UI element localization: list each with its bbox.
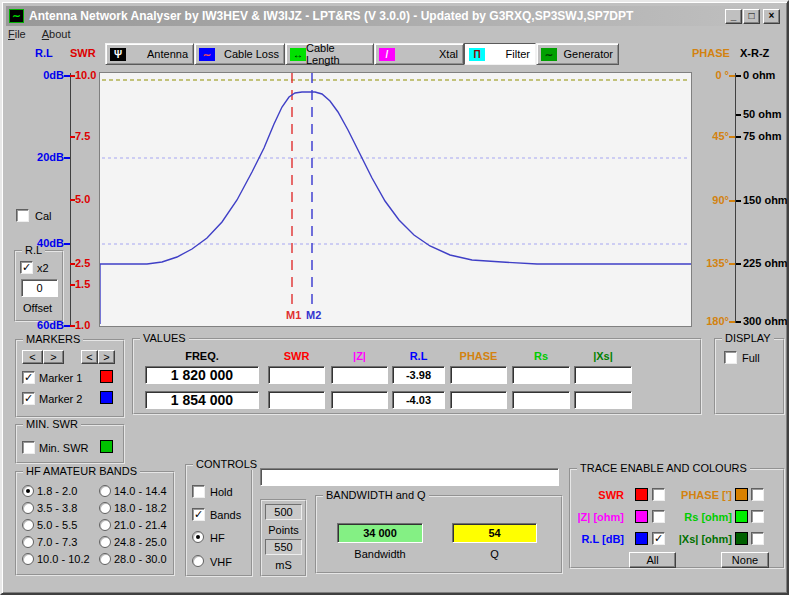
marker1-checkbox[interactable]: ✓	[22, 371, 35, 384]
left-axis-swr-tick	[70, 199, 75, 201]
trace-swatch-rs-ohm[interactable]	[735, 510, 748, 523]
bandwidth-value-box: 34 000	[337, 523, 423, 543]
controls-bands-checkbox[interactable]: ✓	[192, 508, 205, 521]
band-radio-10-0-10-2[interactable]	[22, 553, 34, 565]
trace-swatch-xs-ohm[interactable]	[735, 532, 748, 545]
q-value-box: 54	[452, 523, 537, 543]
band-radio-14-0-14-4[interactable]	[99, 485, 111, 497]
command-input[interactable]	[260, 468, 559, 486]
marker2-prev-button[interactable]: <	[81, 350, 98, 364]
band-radio-1-8-2-0[interactable]	[22, 485, 34, 497]
marker-label-m2: M2	[306, 309, 321, 321]
title-bar[interactable]: ∼ Antenna Network Analyser by IW3HEV & I…	[6, 6, 783, 26]
marker2-next-button[interactable]: >	[98, 350, 115, 364]
left-axis-db-label: 20dB	[18, 151, 64, 163]
value-cell-row1-xs	[574, 366, 632, 384]
menu-about[interactable]: About	[42, 28, 71, 42]
menu-file[interactable]: File	[8, 28, 26, 42]
right-axis-ohm-tick	[736, 321, 741, 323]
display-full-label: Full	[742, 352, 760, 364]
left-axis-db-tick	[64, 157, 70, 159]
values-header-rs: Rs	[512, 350, 570, 362]
rl-x2-checkbox[interactable]: ✓	[20, 261, 33, 274]
toolbar-button-xtal[interactable]: /Xtal	[374, 43, 464, 65]
toolbar-button-filter[interactable]: ΠFilter	[464, 43, 536, 65]
filter-response-curve	[100, 92, 691, 324]
controls-hold-checkbox[interactable]	[192, 485, 205, 498]
right-axis-phase-label: 135°	[685, 257, 729, 269]
band-label-14-0-14-4: 14.0 - 14.4	[114, 485, 167, 497]
markers-group-title: MARKERS	[23, 333, 83, 345]
trace-swatch-phase[interactable]	[735, 488, 748, 501]
band-radio-3-5-3-8[interactable]	[22, 502, 34, 514]
trace-checkbox-xs-ohm[interactable]	[751, 532, 764, 545]
value-cell-row1-freq: 1 820 000	[145, 366, 259, 384]
values-header-r-l: R.L	[392, 350, 445, 362]
value-cell-row2-z	[331, 391, 388, 409]
cal-checkbox[interactable]	[16, 209, 29, 222]
close-button[interactable]: ×	[763, 9, 780, 24]
marker1-color-swatch[interactable]	[100, 370, 113, 383]
values-group-title: VALUES	[140, 332, 189, 344]
trace-swatch-z-ohm[interactable]	[635, 510, 648, 523]
marker-label-m1: M1	[286, 309, 301, 321]
left-axis-title-swr: SWR	[70, 47, 96, 59]
marker2-color-swatch[interactable]	[100, 391, 113, 404]
value-cell-row2-r-l: -4.03	[392, 391, 445, 409]
min-swr-color-swatch[interactable]	[100, 440, 113, 453]
right-axis-line	[735, 73, 736, 323]
trace-checkbox-phase[interactable]	[751, 488, 764, 501]
toolbar-button-generator[interactable]: ∼Generator	[536, 43, 619, 65]
antenna-icon: Ψ	[110, 48, 126, 61]
menu-bar: File About	[8, 28, 71, 42]
trace-toolbar: ΨAntenna∼Cable Loss↔Cable Length/XtalΠFi…	[105, 43, 619, 65]
points-value-box: 500	[265, 504, 302, 520]
right-axis-phase-tick	[729, 75, 735, 77]
rl-offset-input[interactable]: 0	[21, 279, 58, 297]
band-radio-24-8-25-0[interactable]	[99, 536, 111, 548]
hf-bands-group-title: HF AMATEUR BANDS	[23, 465, 140, 477]
trace-label-z-ohm: |Z| [ohm]	[553, 511, 624, 523]
marker1-next-button[interactable]: >	[43, 350, 64, 364]
xtal-icon: /	[379, 48, 395, 61]
trace-swatch-swr[interactable]	[635, 488, 648, 501]
toolbar-button-antenna[interactable]: ΨAntenna	[105, 43, 194, 65]
band-radio-18-0-18-2[interactable]	[99, 502, 111, 514]
band-radio-28-0-30-0[interactable]	[99, 553, 111, 565]
right-axis-ohm-label: 300 ohm	[743, 315, 788, 327]
trace-none-button[interactable]: None	[721, 552, 769, 568]
band-radio-5-0-5-5[interactable]	[22, 519, 34, 531]
cable-length-icon: ↔	[290, 48, 306, 61]
value-cell-row2-rs	[512, 391, 570, 409]
right-axis-title-xrz: X-R-Z	[740, 47, 769, 59]
marker1-prev-button[interactable]: <	[22, 350, 43, 364]
trace-all-button[interactable]: All	[629, 552, 676, 568]
band-label-18-0-18-2: 18.0 - 18.2	[114, 502, 167, 514]
left-axis-swr-label: 2.5	[75, 257, 90, 269]
controls-hf-radio[interactable]	[192, 531, 204, 543]
rl-offset-label: Offset	[23, 302, 52, 314]
display-full-checkbox[interactable]	[724, 351, 737, 364]
left-axis-db-label: 40dB	[18, 237, 64, 249]
generator-icon: ∼	[541, 48, 557, 61]
trace-swatch-r-l-db[interactable]	[635, 532, 648, 545]
maximize-button[interactable]: □	[743, 9, 760, 24]
left-axis-db-label: 0dB	[18, 69, 64, 81]
controls-vhf-radio[interactable]	[192, 555, 204, 567]
right-axis-ohm-tick	[736, 136, 741, 138]
toolbar-button-cable-length[interactable]: ↔Cable Length	[285, 43, 374, 65]
band-radio-7-0-7-3[interactable]	[22, 536, 34, 548]
toolbar-button-cable-loss[interactable]: ∼Cable Loss	[194, 43, 285, 65]
ms-label: mS	[260, 559, 307, 571]
min-swr-checkbox[interactable]	[22, 441, 35, 454]
right-axis-ohm-label: 50 ohm	[743, 108, 782, 120]
chart-plot-area[interactable]: M1M2	[99, 72, 692, 327]
marker2-checkbox[interactable]: ✓	[22, 392, 35, 405]
band-radio-21-0-21-4[interactable]	[99, 519, 111, 531]
minimize-button[interactable]: _	[725, 9, 742, 24]
cal-label: Cal	[35, 210, 52, 222]
left-axis-swr-label: 1.0	[75, 319, 90, 331]
left-axis-title-rl: R.L	[35, 47, 53, 59]
trace-checkbox-rs-ohm[interactable]	[751, 510, 764, 523]
right-axis-phase-tick	[729, 136, 735, 138]
